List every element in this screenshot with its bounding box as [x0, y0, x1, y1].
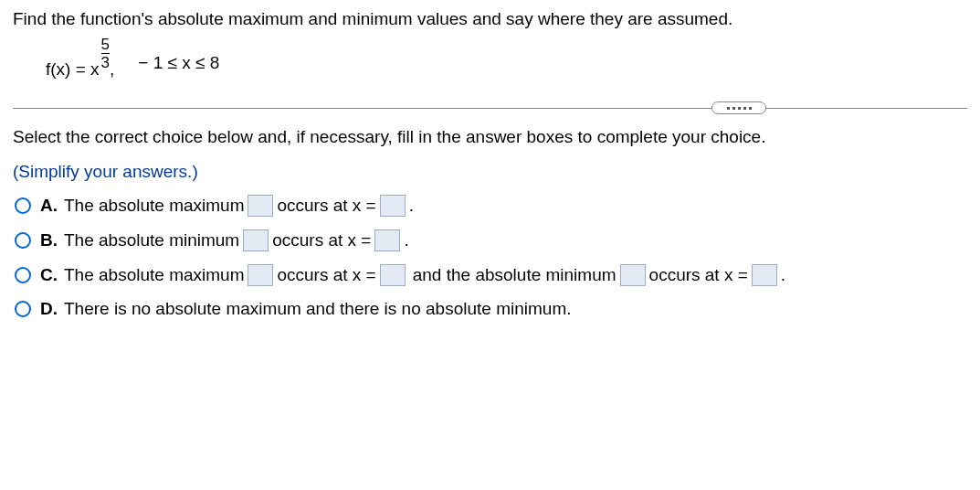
choice-b: B. The absolute minimum occurs at x = . [15, 229, 967, 251]
choice-c-text1: The absolute maximum [64, 265, 244, 285]
simplify-hint: (Simplify your answers.) [13, 162, 967, 182]
exponent-denominator: 3 [101, 53, 110, 70]
section-divider [13, 101, 967, 114]
choice-c: C. The absolute maximum occurs at x = an… [15, 264, 967, 286]
choice-b-text2: occurs at x = [272, 230, 371, 250]
choice-a: A. The absolute maximum occurs at x = . [15, 195, 967, 217]
divider-line [13, 108, 967, 109]
choice-a-input1[interactable] [248, 195, 273, 217]
choice-b-input1[interactable] [243, 229, 269, 251]
choice-a-letter: A. [40, 196, 64, 216]
radio-d[interactable] [15, 301, 31, 317]
choice-a-input2[interactable] [380, 195, 406, 217]
instruction-text: Select the correct choice below and, if … [13, 127, 967, 147]
choice-b-letter: B. [40, 230, 64, 250]
radio-c[interactable] [15, 267, 31, 283]
choice-b-period: . [404, 230, 408, 250]
choice-c-text4: occurs at x = [649, 265, 748, 285]
choice-b-input2[interactable] [374, 229, 400, 251]
radio-a[interactable] [15, 197, 31, 214]
choice-a-text2: occurs at x = [277, 196, 375, 216]
choice-c-period: . [781, 265, 785, 285]
exponent-fraction: 5 3 [101, 37, 110, 70]
comma: , [110, 59, 114, 80]
choice-c-input1[interactable] [248, 264, 273, 286]
exponent-numerator: 5 [101, 37, 110, 53]
choice-c-letter: C. [40, 265, 64, 285]
choice-d-letter: D. [40, 299, 64, 319]
choice-c-text2: occurs at x = [277, 265, 375, 285]
choice-a-text1: The absolute maximum [64, 196, 244, 216]
choice-list: A. The absolute maximum occurs at x = . … [15, 195, 967, 319]
choice-a-period: . [409, 196, 414, 216]
domain-interval: − 1 ≤ x ≤ 8 [138, 53, 219, 73]
choice-c-input3[interactable] [620, 264, 646, 286]
radio-b[interactable] [15, 232, 31, 249]
choice-d-text: There is no absolute maximum and there i… [64, 299, 571, 319]
choice-b-text1: The absolute minimum [64, 230, 239, 250]
choice-c-input2[interactable] [380, 264, 406, 286]
function-definition: f(x) = x 5 3 , − 1 ≤ x ≤ 8 [46, 46, 967, 80]
choice-d: D. There is no absolute maximum and ther… [15, 299, 967, 319]
question-prompt: Find the function's absolute maximum and… [13, 9, 967, 29]
choice-c-input4[interactable] [752, 264, 777, 286]
choice-c-text3: and the absolute minimum [413, 265, 616, 285]
fx-prefix: f(x) = x [46, 59, 100, 80]
expand-handle[interactable] [711, 101, 766, 114]
